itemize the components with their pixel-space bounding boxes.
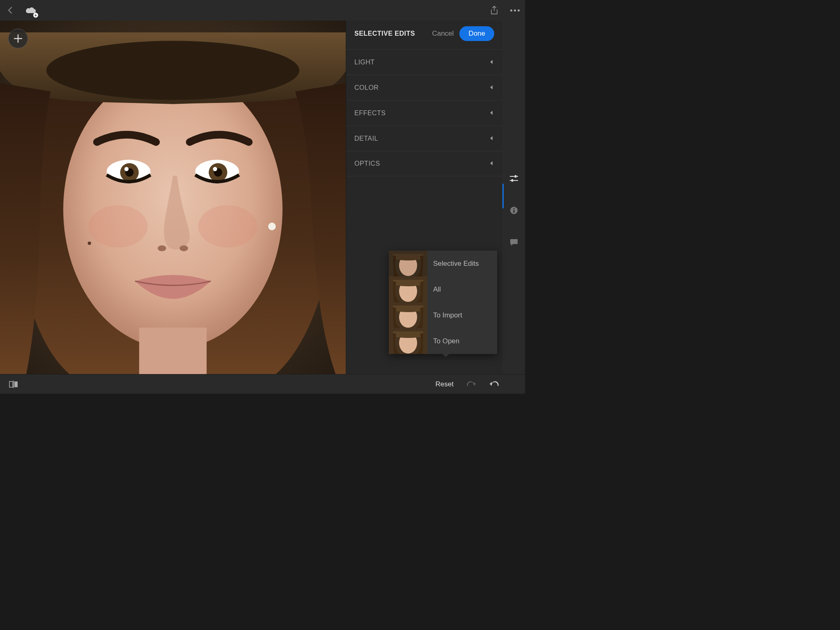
sections-list: LIGHT COLOR EFFECTS <box>346 49 502 176</box>
svg-point-17 <box>88 242 91 245</box>
preset-thumbnail <box>389 251 427 276</box>
svg-rect-19 <box>511 179 513 182</box>
popup-item-to-import[interactable]: To Import <box>389 302 497 328</box>
right-rail <box>502 21 525 374</box>
back-button[interactable] <box>4 4 16 16</box>
section-label: EFFECTS <box>354 110 386 117</box>
popup-arrow-icon <box>442 354 450 357</box>
popup-label: Selective Edits <box>433 260 479 268</box>
svg-point-11 <box>213 167 217 171</box>
chevron-left-icon <box>489 84 493 91</box>
svg-point-3 <box>46 41 299 100</box>
reset-button[interactable]: Reset <box>431 380 459 388</box>
preset-thumbnail <box>389 276 427 302</box>
section-color[interactable]: COLOR <box>346 75 502 100</box>
main-area: SELECTIVE EDITS Cancel Done LIGHT COLOR <box>0 21 525 374</box>
cancel-button[interactable]: Cancel <box>432 30 454 38</box>
popup-item-all[interactable]: All <box>389 276 497 302</box>
panel-header: SELECTIVE EDITS Cancel Done <box>346 21 502 49</box>
top-toolbar: + <box>0 0 525 21</box>
section-label: LIGHT <box>354 59 375 66</box>
bottom-toolbar: Reset <box>0 374 525 394</box>
svg-rect-32 <box>14 381 18 387</box>
rail-active-indicator <box>502 184 504 208</box>
svg-point-15 <box>89 205 148 248</box>
more-options-button[interactable] <box>509 4 521 16</box>
popup-label: All <box>433 285 441 294</box>
popup-label: To Open <box>433 337 459 345</box>
redo-button[interactable] <box>465 378 477 390</box>
chevron-left-icon <box>489 59 493 66</box>
adjustments-tool-button[interactable] <box>508 172 520 185</box>
svg-point-16 <box>198 205 257 248</box>
section-detail[interactable]: DETAIL <box>346 126 502 151</box>
svg-rect-18 <box>515 175 516 178</box>
cloud-plus-icon: + <box>33 13 38 18</box>
add-selection-button[interactable] <box>8 29 28 48</box>
app-root: + <box>0 0 525 394</box>
section-label: DETAIL <box>354 135 378 142</box>
preset-thumbnail <box>389 328 427 354</box>
svg-rect-2 <box>139 328 206 374</box>
undo-button[interactable] <box>488 378 500 390</box>
svg-rect-22 <box>513 210 514 213</box>
popup-item-selective-edits[interactable]: Selective Edits <box>389 251 497 276</box>
svg-rect-31 <box>9 381 13 387</box>
portrait-photo <box>0 21 346 374</box>
chevron-left-icon <box>489 160 493 167</box>
section-light[interactable]: LIGHT <box>346 49 502 75</box>
section-label: OPTICS <box>354 160 380 167</box>
comments-button[interactable] <box>508 236 520 249</box>
preset-thumbnail <box>389 302 427 328</box>
reset-popup: Selective Edits All To Import To Open <box>389 251 497 354</box>
section-optics[interactable]: OPTICS <box>346 151 502 176</box>
svg-point-21 <box>513 208 514 209</box>
chevron-left-icon <box>489 110 493 117</box>
svg-point-10 <box>124 167 128 171</box>
panel-title: SELECTIVE EDITS <box>354 30 415 37</box>
svg-point-12 <box>158 245 166 251</box>
share-button[interactable] <box>488 4 500 16</box>
section-effects[interactable]: EFFECTS <box>346 100 502 126</box>
compare-view-button[interactable] <box>7 378 20 390</box>
svg-point-14 <box>268 223 276 231</box>
chevron-left-icon <box>489 135 493 142</box>
popup-label: To Import <box>433 311 462 320</box>
image-canvas[interactable] <box>0 21 346 374</box>
done-button[interactable]: Done <box>459 26 494 41</box>
cloud-sync-button[interactable]: + <box>25 4 37 16</box>
section-label: COLOR <box>354 84 379 91</box>
popup-item-to-open[interactable]: To Open <box>389 328 497 354</box>
svg-point-13 <box>180 245 188 251</box>
info-button[interactable] <box>508 204 520 217</box>
